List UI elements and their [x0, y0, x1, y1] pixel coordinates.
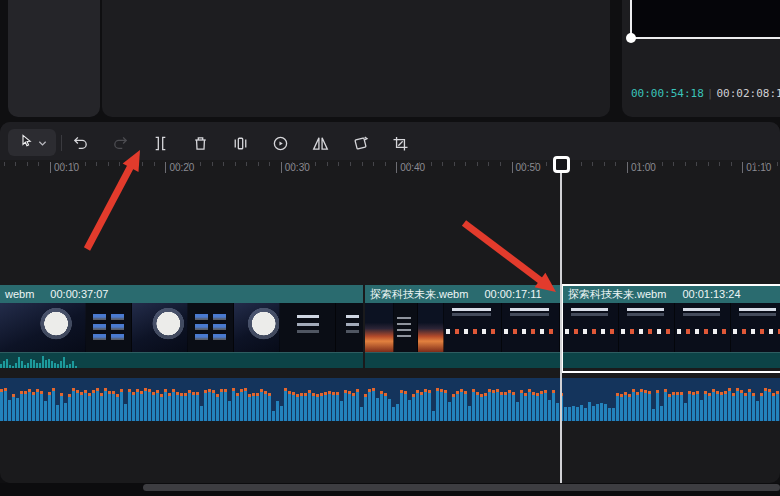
clip-label-bar: 探索科技未来.webm 00:00:17:11 [365, 285, 561, 303]
clip-thumbnails [563, 303, 780, 352]
thumbnail-slide [675, 303, 731, 352]
freeze-frame-icon [230, 133, 251, 154]
crop-icon [390, 133, 411, 154]
mirror-button[interactable] [306, 129, 334, 157]
clip-label-bar: 探索科技未来.webm 00:01:13:24 [563, 285, 780, 303]
delete-button[interactable] [186, 129, 214, 157]
thumbnail-sunset [418, 303, 444, 352]
timeline-ruler[interactable]: 00:1000:2000:3000:4000:5001:0001:10 [0, 160, 780, 182]
horizontal-scrollbar[interactable] [143, 484, 780, 491]
viewport-corner-handle[interactable] [626, 33, 636, 43]
clip-audio-strip [0, 352, 363, 368]
clip-name: 探索科技未来.webm [568, 287, 666, 302]
rotate-button[interactable] [346, 129, 374, 157]
undo-icon [70, 133, 91, 154]
reverse-button[interactable] [266, 129, 294, 157]
reverse-play-icon [270, 133, 291, 154]
playhead-line[interactable] [560, 168, 562, 483]
redo-button[interactable] [106, 129, 134, 157]
thumbnail-slide [188, 303, 234, 352]
media-panel [8, 0, 100, 117]
video-editor-window: 00:00:54:18|00:02:08:12 00:1000 [0, 0, 780, 496]
timecode-total: 00:02:08:12 [716, 87, 780, 100]
redo-icon [110, 133, 131, 154]
clip-audio-waveform [0, 353, 78, 368]
thumbnail-slide [394, 303, 418, 352]
rotate-icon [350, 133, 371, 154]
viewport-edge-horizontal [630, 37, 780, 39]
clip-thumbnails [0, 303, 363, 352]
thumbnail-slide [336, 303, 363, 352]
clip-duration: 00:00:37:07 [50, 288, 108, 300]
timecode-current: 00:00:54:18 [631, 87, 704, 100]
trash-icon [190, 133, 211, 154]
playhead-handle[interactable] [553, 156, 570, 173]
timeline-clip-1[interactable]: webm 00:00:37:07 [0, 285, 363, 368]
thumbnail-moon [234, 303, 280, 352]
thumbnail-slide [731, 303, 780, 352]
clip-label-bar: webm 00:00:37:07 [0, 285, 363, 303]
thumbnail-slide [502, 303, 560, 352]
timeline-clip-2[interactable]: 探索科技未来.webm 00:00:17:11 [365, 285, 561, 368]
select-tool-button[interactable] [8, 129, 56, 156]
undo-button[interactable] [66, 129, 94, 157]
audio-track[interactable] [0, 378, 780, 421]
clip-audio-strip [365, 352, 561, 368]
player-timecode: 00:00:54:18|00:02:08:12 [631, 87, 780, 100]
clip-thumbnails [365, 303, 561, 352]
freeze-frame-button[interactable] [226, 129, 254, 157]
preview-panel [102, 0, 610, 117]
thumbnail-slide [563, 303, 619, 352]
split-button[interactable] [146, 129, 174, 157]
clip-name: webm [5, 288, 34, 300]
crop-button[interactable] [386, 129, 414, 157]
thumbnail-slide [280, 303, 336, 352]
clip-duration: 00:01:13:24 [682, 288, 740, 300]
timeline-clip-3-selected[interactable]: 探索科技未来.webm 00:01:13:24 [563, 285, 780, 368]
clip-name: 探索科技未来.webm [370, 287, 468, 302]
player-viewport [632, 0, 780, 37]
mirror-icon [310, 133, 331, 154]
split-icon [150, 133, 171, 154]
clip-audio-strip [563, 352, 780, 368]
chevron-down-icon [38, 134, 47, 152]
clip-duration: 00:00:17:11 [484, 288, 541, 300]
thumbnail-slide [86, 303, 132, 352]
thumbnail-sunset [365, 303, 394, 352]
thumbnail-moon [0, 303, 86, 352]
thumbnail-slide [619, 303, 675, 352]
toolbar-divider [61, 135, 62, 151]
cursor-icon [17, 132, 35, 154]
thumbnail-moon [132, 303, 188, 352]
thumbnail-slide [444, 303, 502, 352]
timecode-separator: | [704, 87, 717, 100]
